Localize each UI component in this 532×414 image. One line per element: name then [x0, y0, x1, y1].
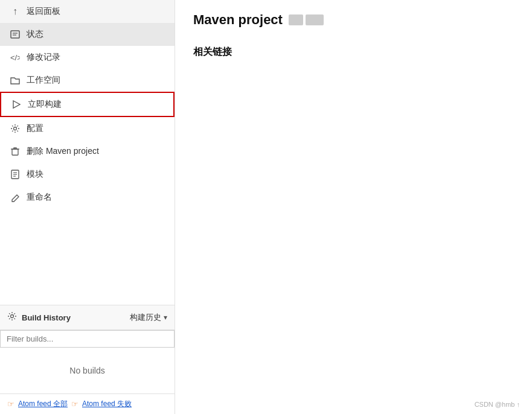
- no-builds-text: No builds: [69, 366, 104, 375]
- rename-icon: [10, 192, 21, 203]
- sidebar-item-workspace-label: 工作空间: [27, 75, 60, 86]
- build-history-gear-icon: [7, 311, 17, 323]
- build-history-title-group: Build History: [7, 311, 71, 323]
- sidebar-item-module-label: 模块: [27, 169, 43, 180]
- atom-feed-failed-link[interactable]: Atom feed 失败: [82, 399, 132, 409]
- related-links-title: 相关链接: [193, 46, 514, 59]
- svg-text:</>: </>: [10, 53, 20, 62]
- title-icon-area: [289, 14, 324, 25]
- svg-rect-0: [11, 31, 19, 38]
- svg-rect-6: [12, 149, 18, 155]
- build-history-header: Build History 构建历史 ▾: [0, 305, 175, 330]
- chevron-down-icon: ▾: [164, 313, 167, 322]
- build-history-title-en: Build History: [22, 313, 71, 322]
- module-icon: [10, 169, 21, 180]
- sidebar-item-rename[interactable]: 重命名: [0, 186, 175, 209]
- sidebar-item-changes-label: 修改记录: [27, 52, 60, 63]
- build-now-icon: [11, 99, 22, 110]
- delete-icon: [10, 146, 21, 157]
- title-img-placeholder-2: [306, 14, 324, 25]
- no-builds-area: No builds: [0, 348, 175, 393]
- changes-icon: </>: [10, 52, 21, 63]
- sidebar-item-config[interactable]: 配置: [0, 117, 175, 140]
- sidebar-item-back[interactable]: ↑ 返回面板: [0, 0, 175, 23]
- build-history-title-zh: 构建历史: [130, 312, 161, 323]
- watermark: CSDN @hmb ↑: [475, 401, 520, 408]
- atom-rss-icon-failed: ☞: [71, 400, 79, 409]
- page-title: Maven project: [193, 12, 283, 28]
- sidebar-item-status-label: 状态: [27, 29, 43, 40]
- atom-rss-icon-all: ☞: [7, 400, 14, 409]
- sidebar-item-rename-label: 重命名: [27, 192, 52, 203]
- sidebar-item-workspace[interactable]: 工作空间: [0, 69, 175, 92]
- sidebar-item-changes[interactable]: </> 修改记录: [0, 46, 175, 69]
- sidebar: ↑ 返回面板 状态 </> 修改记录: [0, 0, 175, 414]
- related-links-section: 相关链接: [193, 46, 514, 59]
- sidebar-item-build-now-label: 立即构建: [28, 99, 62, 110]
- atom-feed-row: ☞ Atom feed 全部 ☞ Atom feed 失败: [0, 393, 175, 414]
- config-icon: [10, 123, 21, 134]
- filter-builds-input[interactable]: [0, 330, 175, 348]
- workspace-icon: [10, 75, 21, 86]
- main-content: Maven project 相关链接: [175, 0, 532, 414]
- sidebar-item-delete[interactable]: 删除 Maven project: [0, 140, 175, 163]
- title-img-placeholder: [289, 14, 303, 25]
- atom-feed-all-link[interactable]: Atom feed 全部: [18, 399, 68, 409]
- sidebar-item-delete-label: 删除 Maven project: [27, 146, 99, 157]
- sidebar-item-module[interactable]: 模块: [0, 163, 175, 186]
- build-history-right[interactable]: 构建历史 ▾: [130, 312, 167, 323]
- page-title-row: Maven project: [193, 12, 514, 28]
- sidebar-item-status[interactable]: 状态: [0, 23, 175, 46]
- sidebar-nav: ↑ 返回面板 状态 </> 修改记录: [0, 0, 175, 305]
- sidebar-item-build-now[interactable]: 立即构建: [0, 92, 175, 117]
- svg-point-5: [14, 127, 17, 130]
- sidebar-item-back-label: 返回面板: [27, 6, 60, 17]
- sidebar-item-config-label: 配置: [27, 123, 43, 134]
- svg-point-12: [11, 315, 14, 318]
- back-icon: ↑: [10, 6, 21, 17]
- status-icon: [10, 29, 21, 40]
- build-history-section: Build History 构建历史 ▾ No builds ☞ Atom fe…: [0, 305, 175, 414]
- svg-marker-4: [13, 101, 20, 108]
